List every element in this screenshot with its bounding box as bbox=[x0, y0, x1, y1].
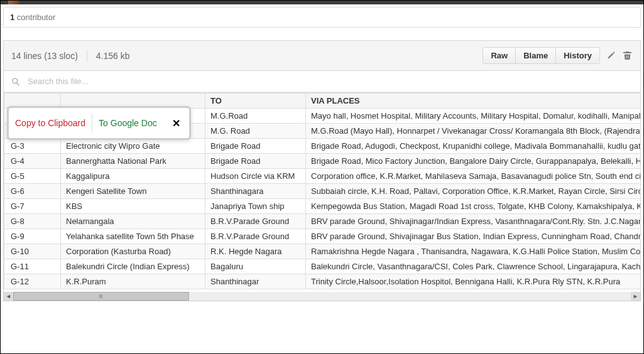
scroll-track[interactable] bbox=[13, 292, 631, 301]
cell-to: R.K. Hegde Nagara bbox=[205, 244, 306, 259]
search-icon bbox=[11, 77, 20, 86]
file-header: 14 lines (13 sloc) 4.156 kb Raw Blame Hi… bbox=[4, 41, 640, 71]
cell-to: M.G. Road bbox=[205, 124, 306, 139]
file-actions: Raw Blame History bbox=[483, 47, 633, 64]
cell-via: M.G.Road (Mayo Hall), Honnarpet / Viveka… bbox=[306, 124, 641, 139]
cell-via: BRV parade Ground, Shivajinagar Bus Stat… bbox=[306, 229, 641, 244]
cell-via: Ramakrishna Hegde Nagara , Thanisandra, … bbox=[306, 244, 641, 259]
cell-route: G-8 bbox=[4, 214, 61, 229]
cell-route: G-7 bbox=[4, 199, 61, 214]
cell-route: G-4 bbox=[4, 154, 61, 169]
divider bbox=[87, 50, 87, 62]
table-row: G-6 Kengeri Satellite TownShanthinagara … bbox=[4, 184, 641, 199]
cell-route: G-12 bbox=[4, 274, 61, 289]
cell-to: B.R.V.Parade Ground bbox=[205, 214, 306, 229]
contributor-count: 1 bbox=[10, 13, 14, 22]
cell-from: Kaggalipura bbox=[61, 169, 205, 184]
raw-button[interactable]: Raw bbox=[483, 47, 516, 64]
table-row: G-5 KaggalipuraHudson Circle via KRMCorp… bbox=[4, 169, 641, 184]
scroll-left-arrow[interactable]: ◄ bbox=[4, 292, 13, 301]
cell-via: Balekundri Circle, Vasanthnagara/CSI, Co… bbox=[306, 259, 641, 274]
cell-to: Brigade Road bbox=[205, 154, 306, 169]
cell-via: Corporation office, K.R.Market, Mahilase… bbox=[306, 169, 641, 184]
cell-route: G-10 bbox=[4, 244, 61, 259]
col-header-to: TO bbox=[205, 94, 306, 109]
table-row: G-11Balekundri Circle (Indian Express)Ba… bbox=[4, 259, 641, 274]
cell-via: Mayo hall, Hosmet Hospital, Military Acc… bbox=[306, 109, 641, 124]
avatar bbox=[8, 0, 19, 4]
cell-to: B.R.V.Parade Ground bbox=[205, 229, 306, 244]
cell-via: BRV parade Ground, Shivajinagar/Indian E… bbox=[306, 214, 641, 229]
cell-route: G-6 bbox=[4, 184, 61, 199]
table-row: G-7KBSJanapriya Town shipKempegowda Bus … bbox=[4, 199, 641, 214]
close-icon[interactable]: ✕ bbox=[163, 112, 189, 134]
cell-from: KBS bbox=[61, 199, 205, 214]
blame-button[interactable]: Blame bbox=[516, 47, 556, 64]
search-row bbox=[4, 71, 640, 92]
table-row: G-3Electronic city Wipro GateBrigade Roa… bbox=[4, 139, 641, 154]
edit-icon[interactable] bbox=[605, 50, 616, 62]
cell-to: Shanthinagara bbox=[205, 184, 306, 199]
scroll-thumb[interactable] bbox=[13, 292, 189, 301]
cell-via: Kempegowda Bus Station, Magadi Road 1st … bbox=[306, 199, 641, 214]
cell-route: G-5 bbox=[4, 169, 61, 184]
file-size: 4.156 kb bbox=[96, 51, 130, 61]
file-lines: 14 lines (13 sloc) bbox=[11, 51, 78, 61]
history-button[interactable]: History bbox=[556, 47, 600, 64]
cell-via: Brigade Road, Mico Factory Junction, Ban… bbox=[306, 154, 641, 169]
cell-from: Bannerghatta National Park bbox=[61, 154, 205, 169]
cell-from: Electronic city Wipro Gate bbox=[61, 139, 205, 154]
cell-from: Balekundri Circle (Indian Express) bbox=[61, 259, 205, 274]
table-row: G-12K.R.PuramShanthinagarTrinity Circle,… bbox=[4, 274, 641, 289]
cell-from: Corporation (Kasturba Road) bbox=[61, 244, 205, 259]
cell-via: Trinity Circle,Halsoor,Isolation Hospito… bbox=[306, 274, 641, 289]
cell-to: Shanthinagar bbox=[205, 274, 306, 289]
cell-to: Hudson Circle via KRM bbox=[205, 169, 306, 184]
contributors-bar: 1 contributor bbox=[3, 7, 641, 28]
to-google-doc-button[interactable]: To Google Doc bbox=[92, 113, 163, 133]
contributor-label: contributor bbox=[17, 13, 55, 22]
cell-to: Janapriya Town ship bbox=[205, 199, 306, 214]
col-header-via: VIA PLACES bbox=[306, 94, 641, 109]
cell-from: Kengeri Satellite Town bbox=[61, 184, 205, 199]
copy-to-clipboard-button[interactable]: Copy to Clipboard bbox=[9, 113, 92, 133]
copy-popup: Copy to Clipboard To Google Doc ✕ bbox=[7, 106, 191, 140]
cell-via: Subbaiah circle, K.H. Road, Pallavi, Cor… bbox=[306, 184, 641, 199]
cell-to: Bagaluru bbox=[205, 259, 306, 274]
file-panel: 14 lines (13 sloc) 4.156 kb Raw Blame Hi… bbox=[3, 40, 641, 93]
horizontal-scrollbar[interactable]: ◄ ► bbox=[3, 292, 641, 301]
cell-route: G-9 bbox=[4, 229, 61, 244]
app-window: 1 contributor 14 lines (13 sloc) 4.156 k… bbox=[0, 0, 644, 354]
cell-to: Brigade Road bbox=[205, 139, 306, 154]
cell-from: Nelamangala bbox=[61, 214, 205, 229]
cell-route: G-11 bbox=[4, 259, 61, 274]
table-row: G-9 Yelahanka satellite Town 5th PhaseB.… bbox=[4, 229, 641, 244]
cell-route: G-3 bbox=[4, 139, 61, 154]
scroll-right-arrow[interactable]: ► bbox=[631, 292, 640, 301]
table-row: G-10Corporation (Kasturba Road)R.K. Hegd… bbox=[4, 244, 641, 259]
trash-icon[interactable] bbox=[621, 50, 633, 62]
cell-from: K.R.Puram bbox=[61, 274, 205, 289]
title-bar bbox=[1, 1, 643, 4]
file-info: 14 lines (13 sloc) 4.156 kb bbox=[11, 50, 130, 62]
table-row: G-8NelamangalaB.R.V.Parade GroundBRV par… bbox=[4, 214, 641, 229]
cell-via: Brigade Road, Adugodi, Checkpost, Krupan… bbox=[306, 139, 641, 154]
cell-to: M.G.Road bbox=[205, 109, 306, 124]
cell-from: Yelahanka satellite Town 5th Phase bbox=[61, 229, 205, 244]
button-group: Raw Blame History bbox=[483, 47, 600, 64]
table-row: G-4Bannerghatta National ParkBrigade Roa… bbox=[4, 154, 641, 169]
search-input[interactable] bbox=[26, 76, 215, 87]
